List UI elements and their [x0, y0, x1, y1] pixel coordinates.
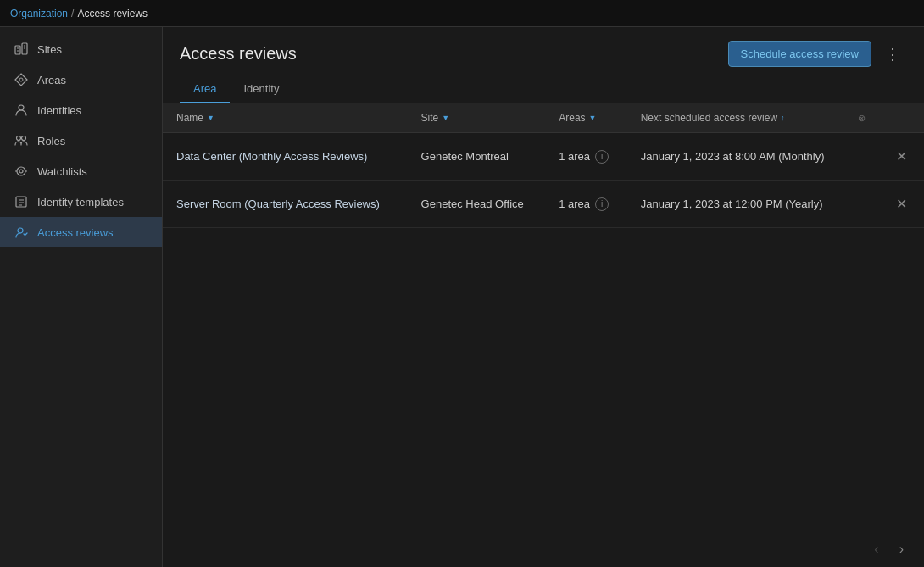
svg-point-11: [17, 167, 25, 175]
sidebar-item-identities-label: Identities: [37, 104, 81, 117]
sidebar-item-sites[interactable]: Sites: [0, 34, 162, 64]
content-header: Access reviews Schedule access review ⋮: [163, 27, 924, 75]
cell-name-0: Data Center (Monthly Access Reviews): [163, 133, 408, 181]
table-container: Name ▼ Site ▼ Areas: [163, 103, 924, 531]
tab-identity[interactable]: Identity: [230, 75, 292, 103]
sidebar-item-watchlists[interactable]: Watchlists: [0, 156, 162, 186]
areas-sort-icon: ▼: [589, 114, 597, 122]
cell-areas-0: 1 area i: [545, 133, 626, 181]
cell-site-0: Genetec Montreal: [408, 133, 546, 181]
breadcrumb-current: Access reviews: [77, 8, 148, 19]
cell-delete-0: ✕: [879, 133, 924, 181]
identity-templates-icon: [14, 194, 29, 209]
page-title: Access reviews: [180, 44, 297, 64]
sidebar-item-identity-templates-label: Identity templates: [37, 196, 124, 208]
topbar: Organization / Access reviews: [0, 0, 924, 27]
cell-next-review-1: January 1, 2023 at 12:00 PM (Yearly): [627, 181, 879, 228]
sidebar-item-roles[interactable]: Roles: [0, 125, 162, 156]
sidebar-item-access-reviews[interactable]: Access reviews: [0, 217, 162, 247]
col-header-next-review[interactable]: Next scheduled access review ↑ ⊗: [627, 103, 879, 133]
name-sort-icon: ▼: [207, 114, 214, 122]
svg-point-9: [17, 136, 21, 141]
schedule-access-review-button[interactable]: Schedule access review: [728, 41, 871, 67]
next-review-sort-icon: ↑: [781, 114, 785, 122]
sidebar-item-roles-label: Roles: [37, 135, 65, 147]
more-options-button[interactable]: ⋮: [878, 42, 907, 67]
table-header-row: Name ▼ Site ▼ Areas: [163, 103, 924, 133]
col-header-name[interactable]: Name ▼: [163, 103, 408, 133]
cell-delete-1: ✕: [879, 181, 924, 228]
main-layout: Sites Areas Identities: [0, 27, 924, 567]
filter-clear-icon[interactable]: ⊗: [858, 113, 866, 124]
pagination-prev-button[interactable]: ‹: [867, 538, 885, 560]
cell-name-1: Server Room (Quarterly Access Reviews): [163, 181, 408, 228]
cell-site-1: Genetec Head Office: [408, 181, 546, 228]
content-area: Access reviews Schedule access review ⋮ …: [163, 27, 924, 567]
access-reviews-icon: [14, 225, 29, 240]
col-header-actions: [879, 103, 924, 133]
table-footer: ‹ ›: [163, 531, 924, 567]
sidebar-item-identity-templates[interactable]: Identity templates: [0, 186, 162, 217]
tabs: Area Identity: [163, 75, 924, 103]
svg-point-7: [19, 78, 23, 81]
sidebar-item-watchlists-label: Watchlists: [37, 165, 87, 178]
svg-point-19: [18, 228, 23, 233]
delete-row-button-0[interactable]: ✕: [893, 145, 910, 168]
svg-marker-6: [15, 74, 27, 86]
svg-point-12: [19, 170, 23, 173]
pagination-next-button[interactable]: ›: [893, 538, 910, 560]
breadcrumb-sep: /: [71, 8, 74, 19]
delete-row-button-1[interactable]: ✕: [893, 192, 910, 215]
sidebar: Sites Areas Identities: [0, 27, 163, 567]
cell-areas-1: 1 area i: [545, 181, 626, 228]
table-row: Data Center (Monthly Access Reviews) Gen…: [163, 133, 924, 181]
sidebar-item-access-reviews-label: Access reviews: [37, 226, 114, 239]
svg-point-8: [19, 105, 24, 110]
areas-info-icon-1[interactable]: i: [595, 197, 609, 211]
sidebar-item-sites-label: Sites: [37, 43, 62, 56]
header-actions: Schedule access review ⋮: [728, 41, 907, 67]
areas-icon: [14, 72, 29, 87]
cell-next-review-0: January 1, 2023 at 8:00 AM (Monthly): [627, 133, 879, 181]
sites-icon: [14, 42, 29, 57]
access-reviews-table: Name ▼ Site ▼ Areas: [163, 103, 924, 228]
col-header-site[interactable]: Site ▼: [408, 103, 546, 133]
areas-info-icon-0[interactable]: i: [595, 150, 609, 164]
sidebar-item-areas-label: Areas: [37, 74, 66, 86]
breadcrumb-org[interactable]: Organization: [10, 8, 68, 19]
table-row: Server Room (Quarterly Access Reviews) G…: [163, 181, 924, 228]
identities-icon: [14, 103, 29, 118]
sidebar-item-areas[interactable]: Areas: [0, 64, 162, 95]
watchlists-icon: [14, 164, 29, 179]
sidebar-item-identities[interactable]: Identities: [0, 95, 162, 125]
svg-rect-0: [15, 46, 20, 54]
tab-area[interactable]: Area: [180, 75, 230, 103]
site-sort-icon: ▼: [442, 114, 449, 122]
roles-icon: [14, 133, 29, 148]
col-header-areas[interactable]: Areas ▼: [545, 103, 626, 133]
svg-point-10: [22, 136, 26, 141]
